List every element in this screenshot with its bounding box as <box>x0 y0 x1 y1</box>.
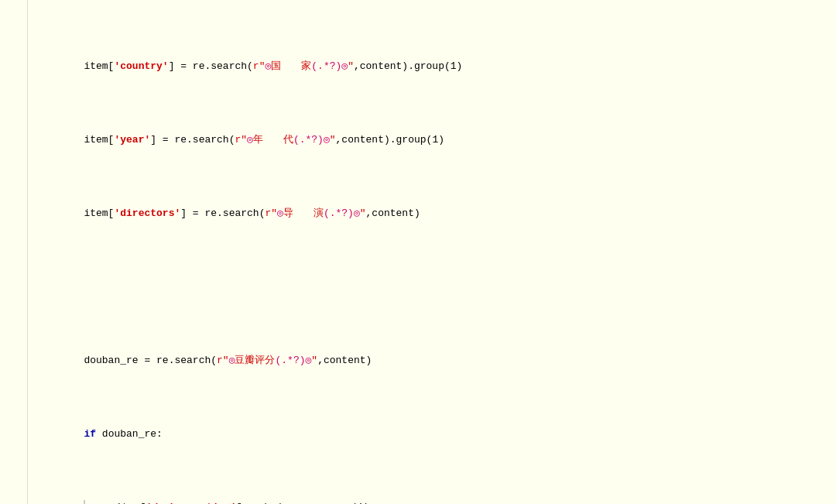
code-line <box>36 279 836 294</box>
code-line: item['country'] = re.search(r"◎国 家(.*?)◎… <box>36 59 836 74</box>
code-line: item['directors'] = re.search(r"◎导 演(.*?… <box>36 206 836 221</box>
code-line: if douban_re: <box>36 427 836 441</box>
code-line: douban_re = re.search(r"◎豆瓣评分(.*?)◎",con… <box>36 353 836 368</box>
code-editor: item['country'] = re.search(r"◎国 家(.*?)◎… <box>0 0 836 504</box>
code-content[interactable]: item['country'] = re.search(r"◎国 家(.*?)◎… <box>28 0 836 504</box>
line-numbers <box>0 0 28 504</box>
code-line: item['year'] = re.search(r"◎年 代(.*?)◎",c… <box>36 132 836 147</box>
code-line: item['douban_rating'] = douban_re.group(… <box>36 500 836 504</box>
